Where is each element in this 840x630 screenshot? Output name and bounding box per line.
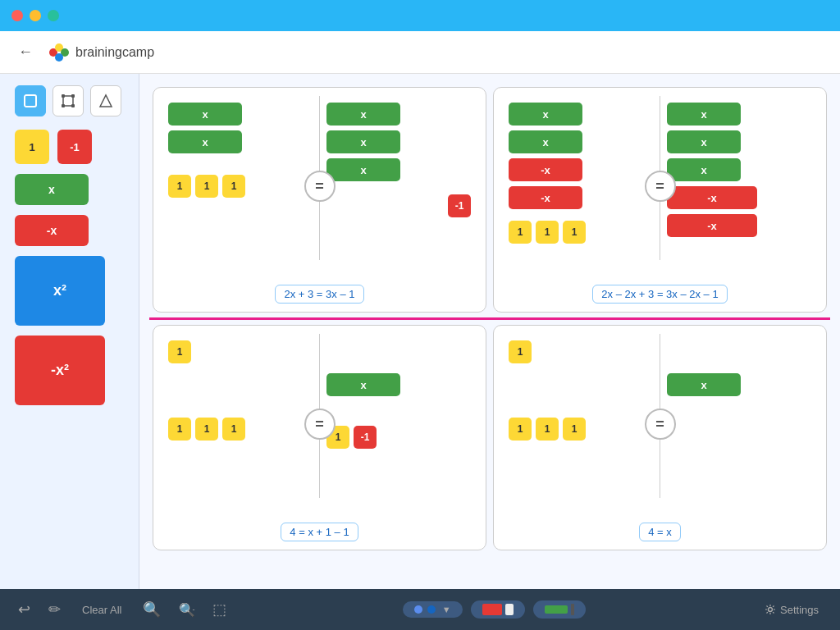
select-tool-button[interactable] <box>15 85 46 116</box>
title-bar <box>0 0 840 31</box>
panel-4-left: 1 1 1 1 <box>502 334 660 498</box>
tile-row-ones: 1 -1 <box>15 130 124 164</box>
svg-rect-5 <box>63 96 73 106</box>
panel-2-right: x x x -x -x <box>660 96 818 260</box>
marker-tool[interactable] <box>533 600 586 619</box>
gear-icon <box>765 604 776 615</box>
negx-tile[interactable]: -x <box>667 214 757 237</box>
pen-color-dot-dark <box>427 605 436 614</box>
equals-sign: = <box>304 171 336 202</box>
tile-row-x: x <box>15 174 124 205</box>
one-tile[interactable]: 1 <box>195 418 218 441</box>
eraser-tool[interactable] <box>471 600 525 619</box>
neg1-tile[interactable]: -1 <box>354 426 377 449</box>
x-tile[interactable]: x <box>168 130 242 153</box>
equation-grid: x x 1 1 1 x x x <box>149 84 830 554</box>
tile-x[interactable]: x <box>15 174 89 205</box>
tile-1[interactable]: 1 <box>15 130 49 164</box>
one-tile[interactable]: 1 <box>509 221 532 244</box>
settings-button[interactable]: Settings <box>756 600 827 619</box>
neg1-tile[interactable]: -1 <box>448 194 471 217</box>
pen-button[interactable]: ✏ <box>43 597 66 622</box>
one-tile[interactable]: 1 <box>509 418 532 441</box>
panel-2-left: x x -x -x 1 1 1 <box>502 96 660 260</box>
svg-rect-7 <box>71 94 75 98</box>
panel-4-right: x <box>660 334 818 498</box>
tile-negx2[interactable]: -x² <box>15 336 105 405</box>
logo-area: brainingcamp <box>48 41 154 64</box>
zoom-in-button[interactable]: 🔍 <box>138 597 166 622</box>
negx-tile[interactable]: -x <box>667 186 757 209</box>
bottom-toolbar: ↩ ✏ Clear All 🔍 🔍- ⬚ ▼ Settings <box>0 589 840 630</box>
minimize-dot[interactable] <box>30 10 41 21</box>
x-tile[interactable]: x <box>667 158 741 181</box>
header: ← brainingcamp <box>0 31 840 74</box>
marker-green <box>545 605 568 614</box>
one-tile[interactable]: 1 <box>536 418 559 441</box>
clear-all-button[interactable]: Clear All <box>74 600 130 619</box>
pen-tool[interactable]: ▼ <box>403 601 463 618</box>
svg-point-11 <box>769 608 773 612</box>
one-tile[interactable]: 1 <box>222 175 245 198</box>
transform-tool-button[interactable] <box>52 85 84 116</box>
panel-3[interactable]: 1 1 1 1 x <box>153 325 486 550</box>
row-divider <box>149 317 830 320</box>
one-tile[interactable]: 1 <box>563 418 586 441</box>
back-button[interactable]: ← <box>13 40 38 65</box>
panel-4[interactable]: 1 1 1 1 x <box>493 325 827 550</box>
logo-text: brainingcamp <box>75 45 154 60</box>
equals-sign: = <box>645 409 676 440</box>
sidebar-tools <box>15 85 124 116</box>
measure-tool-button[interactable] <box>90 85 121 116</box>
equals-sign: = <box>304 409 336 440</box>
one-tile[interactable]: 1 <box>536 221 559 244</box>
x-tile[interactable]: x <box>326 130 400 153</box>
equation-label-1: 2x + 3 = 3x – 1 <box>275 285 363 304</box>
one-tile[interactable]: 1 <box>168 418 191 441</box>
equation-label-2: 2x – 2x + 3 = 3x – 2x – 1 <box>592 285 727 304</box>
eraser-red <box>482 604 502 615</box>
svg-rect-8 <box>62 104 65 107</box>
sidebar: 1 -1 x -x x² -x² <box>0 74 139 589</box>
panel-1-right: x x x -1 <box>320 96 477 260</box>
x-tile[interactable]: x <box>168 103 242 126</box>
tile-negx[interactable]: -x <box>15 215 89 246</box>
panel-1-left: x x 1 1 1 <box>162 96 319 260</box>
undo-button[interactable]: ↩ <box>13 597 35 622</box>
panel-2[interactable]: x x -x -x 1 1 1 x <box>493 87 827 313</box>
x-tile[interactable]: x <box>667 130 741 153</box>
equals-sign: = <box>645 171 676 202</box>
one-tile[interactable]: 1 <box>563 221 586 244</box>
crop-button[interactable]: ⬚ <box>208 597 231 622</box>
panel-3-left: 1 1 1 1 <box>162 334 319 498</box>
maximize-dot[interactable] <box>48 10 59 21</box>
canvas-area: x x 1 1 1 x x x <box>139 74 840 589</box>
x-tile[interactable]: x <box>667 373 741 396</box>
one-tile[interactable]: 1 <box>509 340 532 363</box>
x-tile[interactable]: x <box>509 130 582 153</box>
zoom-out-button[interactable]: 🔍- <box>174 599 199 621</box>
tile-row-negx: -x <box>15 215 124 246</box>
x-tile[interactable]: x <box>326 103 400 126</box>
x-tile[interactable]: x <box>509 103 582 126</box>
close-dot[interactable] <box>11 10 23 21</box>
x-tile[interactable]: x <box>326 373 400 396</box>
tile-row-negx2: -x² <box>15 336 124 405</box>
negx-tile[interactable]: -x <box>509 158 582 181</box>
negx-tile[interactable]: -x <box>509 186 582 209</box>
x-tile[interactable]: x <box>326 158 400 181</box>
tile-row-x2: x² <box>15 256 124 326</box>
panel-3-right: x 1 -1 <box>320 334 477 498</box>
one-tile[interactable]: 1 <box>222 418 245 441</box>
tile-neg1[interactable]: -1 <box>57 130 92 164</box>
one-tile[interactable]: 1 <box>195 175 218 198</box>
tile-x2[interactable]: x² <box>15 256 105 326</box>
logo-icon <box>48 41 71 64</box>
equation-label-3: 4 = x + 1 – 1 <box>281 523 358 541</box>
one-tile[interactable]: 1 <box>168 340 191 363</box>
marker-tip <box>571 604 574 615</box>
one-tile[interactable]: 1 <box>168 175 191 198</box>
svg-point-3 <box>55 53 63 62</box>
x-tile[interactable]: x <box>667 103 741 126</box>
panel-1[interactable]: x x 1 1 1 x x x <box>153 87 486 313</box>
